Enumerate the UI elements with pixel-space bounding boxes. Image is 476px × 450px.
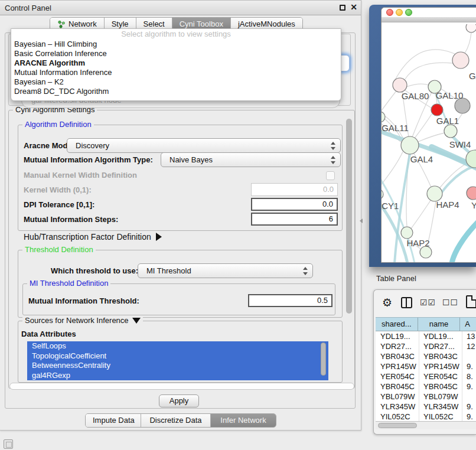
mi-threshold-label: Mutual Information Threshold: <box>28 296 139 305</box>
mac-close-button[interactable] <box>386 9 393 16</box>
network-node-gcy1[interactable] <box>382 189 383 200</box>
algorithm-dropdown-popup: Select algorithm to view settings Bayesi… <box>11 28 341 101</box>
sources-group-title[interactable]: Sources for Network Inference <box>22 317 143 325</box>
network-node-gal11[interactable] <box>382 112 385 122</box>
mi-threshold-field[interactable]: 0.5 <box>248 294 332 307</box>
cell-shared: YLR345W <box>380 402 415 412</box>
node-label-gal1: GAL1 <box>436 116 459 126</box>
table-scrollbar-thumb[interactable] <box>378 423 417 428</box>
dropdown-item-bayesian-k2[interactable]: Bayesian – K2 <box>11 77 341 87</box>
network-node-gal1[interactable] <box>444 125 457 138</box>
table-row[interactable]: YBR043CYBR043C <box>376 351 476 361</box>
cell-value: 9. <box>467 412 473 421</box>
mac-zoom-button[interactable] <box>405 9 412 16</box>
cell-name: YBL079W <box>423 392 458 402</box>
table-row[interactable]: YDR27...YDR27...12 <box>376 341 476 351</box>
tab-discretize-data[interactable]: Discretize Data <box>141 414 211 427</box>
tab-impute-data[interactable]: Impute Data <box>86 414 141 427</box>
dropdown-item-dream8[interactable]: Dream8 DC_TDC Algorithm <box>11 87 341 96</box>
settings-horizontal-scrollbar[interactable] <box>9 383 354 390</box>
cell-name: YER054C <box>423 371 458 381</box>
dropdown-item-mutual-information[interactable]: Mutual Information Inference <box>11 68 341 77</box>
gear-icon[interactable]: ⚙ <box>382 296 392 309</box>
network-node-red[interactable] <box>431 104 443 116</box>
network-node[interactable] <box>466 24 476 32</box>
dropdown-item-bayesian-hill-climbing[interactable]: Bayesian – Hill Climbing <box>11 40 341 49</box>
bottom-tabbar: Impute Data Discretize Data Infer Networ… <box>85 413 276 428</box>
manual-kernel-width-checkbox[interactable] <box>326 171 335 180</box>
attributes-scrollbar-thumb[interactable] <box>321 343 326 376</box>
table-panel-window: ⚙ ☑☑ ☐☐ shared... name A YDL19...YDL19..… <box>373 289 476 435</box>
mi-threshold-group-title: MI Threshold Definition <box>27 279 110 288</box>
aracne-mode-combo[interactable]: Discovery <box>67 138 341 153</box>
deselect-all-checkboxes-icon[interactable]: ☐☐ <box>442 298 458 307</box>
algorithm-definition-title: Algorithm Definition <box>22 120 94 129</box>
cell-name: YLR345W <box>423 402 458 412</box>
table-row[interactable]: YIL052CYIL052C9. <box>376 412 476 421</box>
cell-name: YDL19... <box>423 331 454 341</box>
network-node-gal4[interactable] <box>401 136 419 154</box>
attributes-scrollbar[interactable] <box>321 343 326 378</box>
hub-definition-toggle[interactable]: Hub/Transcription Factor Definition <box>24 232 162 242</box>
settings-scrollbar-thumb[interactable] <box>346 119 352 314</box>
table-row[interactable]: YPR145WYPR145W9. <box>376 361 476 371</box>
network-node-salmon[interactable] <box>467 187 476 200</box>
network-node-gal80[interactable] <box>393 78 407 92</box>
dropdown-item-basic-correlation[interactable]: Basic Correlation Inference <box>11 49 341 58</box>
cell-value: 9. <box>467 402 473 412</box>
threshold-definition-title: Threshold Definition <box>22 246 96 254</box>
table-row[interactable]: YER054CYER054C8. <box>376 371 476 381</box>
minimized-panel-icon[interactable] <box>4 439 13 449</box>
node-label-y-partial: Y <box>471 200 476 210</box>
kernel-width-field: 0.0 <box>251 183 338 196</box>
close-icon[interactable]: ✕ <box>350 2 357 12</box>
cell-name: YBR045C <box>423 381 458 392</box>
which-threshold-combo[interactable]: MI Threshold <box>138 263 313 278</box>
mac-minimize-button[interactable] <box>396 9 403 16</box>
settings-vertical-scrollbar[interactable] <box>346 119 352 384</box>
mi-steps-field[interactable]: 6 <box>251 213 338 226</box>
columns-icon[interactable] <box>401 297 412 308</box>
column-header-name[interactable]: name <box>418 318 461 331</box>
list-item-gal4rgexp[interactable]: gal4RGexp <box>27 371 328 381</box>
column-header-shared[interactable]: shared... <box>376 318 418 331</box>
mi-algorithm-type-value: Naive Bayes <box>169 155 213 164</box>
combo-arrows-icon <box>302 266 308 276</box>
table-row[interactable]: YDL19...YDL19...13 <box>376 331 476 341</box>
apply-button[interactable]: Apply <box>159 394 199 407</box>
table-toolbar: ⚙ ☑☑ ☐☐ <box>374 290 476 317</box>
network-node-hap2[interactable] <box>401 227 413 239</box>
table-row[interactable]: YLR345WYLR345W9. <box>376 402 476 412</box>
column-header-partial[interactable]: A <box>460 318 476 331</box>
node-label-gcy1: GCY1 <box>382 201 399 211</box>
list-item-betweennesscentrality[interactable]: BetweennessCentrality <box>27 361 328 371</box>
network-canvas[interactable]: GAL80 GAL10 GAL11 GAL1 SWI4 GAL4 GCY1 HA… <box>382 24 476 263</box>
table-horizontal-scrollbar[interactable] <box>376 421 476 429</box>
node-label-hap2: HAP2 <box>406 238 429 248</box>
network-node-gal[interactable] <box>452 52 469 69</box>
cell-value: 8. <box>467 371 473 381</box>
mi-algorithm-type-combo[interactable]: Naive Bayes <box>161 152 341 167</box>
select-all-checkboxes-icon[interactable]: ☑☑ <box>420 298 436 307</box>
panel-splitter-handle[interactable] <box>360 219 363 223</box>
node-label-gal4: GAL4 <box>410 154 433 164</box>
network-view-window: GAL80 GAL10 GAL11 GAL1 SWI4 GAL4 GCY1 HA… <box>381 7 476 263</box>
export-table-icon[interactable] <box>466 295 476 308</box>
list-item-selfloops[interactable]: SelfLoops <box>27 341 328 351</box>
table-header: shared... name A <box>376 317 476 331</box>
combo-arrows-icon <box>330 141 335 151</box>
dpi-tolerance-label: DPI Tolerance [0,1]: <box>24 200 94 209</box>
list-item-topologicalcoefficient[interactable]: TopologicalCoefficient <box>27 351 328 361</box>
restore-icon[interactable] <box>340 5 345 11</box>
cell-shared: YPR145W <box>380 361 416 371</box>
dpi-tolerance-field[interactable]: 0.0 <box>251 198 338 211</box>
network-view-frame: GAL80 GAL10 GAL11 GAL1 SWI4 GAL4 GCY1 HA… <box>369 5 476 267</box>
table-row[interactable]: YBL079WYBL079W <box>376 392 476 402</box>
dropdown-item-aracne[interactable]: ARACNE Algorithm <box>11 58 341 68</box>
data-attributes-label: Data Attributes <box>21 330 76 338</box>
table-row[interactable]: YBR045CYBR045C9. <box>376 381 476 392</box>
network-node[interactable] <box>420 246 432 258</box>
cell-name: YDR27... <box>423 341 455 351</box>
tab-infer-network[interactable]: Infer Network <box>211 414 276 427</box>
network-toolbar-strip <box>382 17 476 22</box>
